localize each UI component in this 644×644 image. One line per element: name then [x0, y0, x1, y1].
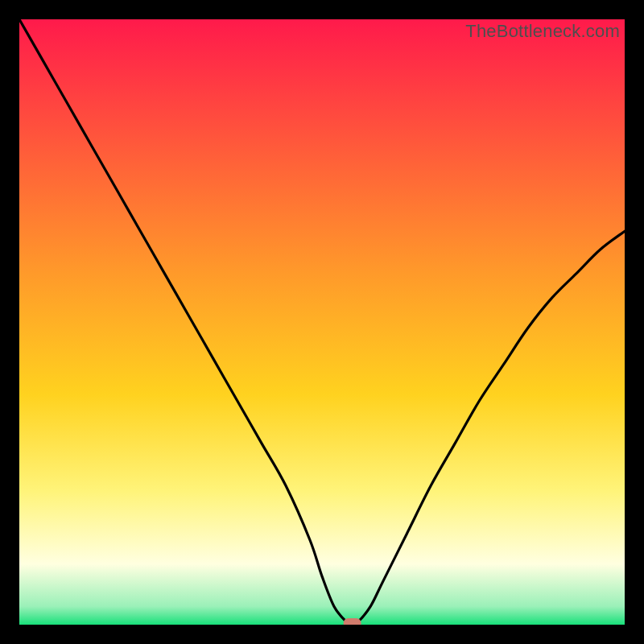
watermark-text: TheBottleneck.com: [465, 21, 620, 42]
optimum-marker: [344, 618, 361, 625]
plot-area: TheBottleneck.com: [19, 19, 625, 625]
bottleneck-chart: [19, 19, 625, 625]
chart-frame: TheBottleneck.com: [0, 0, 644, 644]
